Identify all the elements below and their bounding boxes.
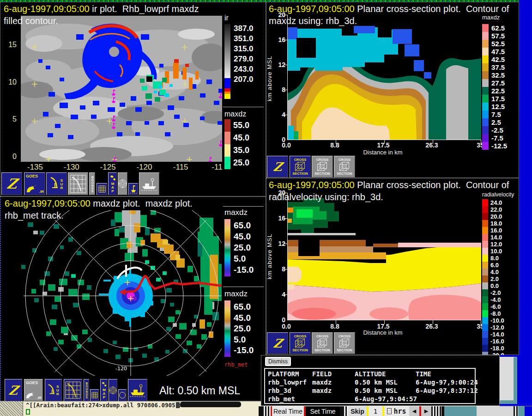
taskbar-divider — [259, 406, 262, 416]
platform-status-table: PLATFORMFIELDALTITUDETIME rhb_lowprfmaxd… — [264, 368, 476, 404]
bounds-button[interactable]: BOUNDS — [89, 172, 95, 195]
ir-title-line1: 6-aug-1997,09:05:00 ir plot. Rhb_lowprf … — [4, 4, 199, 14]
buoy-button[interactable] — [128, 183, 138, 195]
zebra-logo-button[interactable]: Z — [5, 379, 22, 401]
radar-colorbar1-label: maxdz — [224, 208, 248, 217]
background-window-fragment[interactable] — [500, 357, 517, 404]
satellite-dish-icon — [26, 184, 37, 193]
status-table-row: rhb_met6-Aug-97,9:04:57 — [268, 395, 472, 403]
surveillance-radar-button[interactable]: SUR — [46, 172, 67, 195]
step-forward-button[interactable]: ▶ — [421, 406, 431, 416]
cross-section-button[interactable]: CROSS SECTION — [334, 156, 355, 177]
skip-value-field[interactable]: 1 — [369, 406, 382, 416]
real-time-button[interactable]: Real Time — [271, 406, 304, 416]
cube-icon — [295, 162, 306, 171]
range-rings-icon — [109, 386, 117, 394]
altitude-readout: Alt: 0.50 km MSL — [159, 385, 240, 397]
xterm-scrollbar[interactable] — [0, 401, 23, 416]
hours-unit-button[interactable]: hrs — [384, 406, 409, 416]
range-rings-icon — [118, 179, 127, 188]
status-table-header: PLATFORMFIELDALTITUDETIME — [268, 370, 472, 378]
circle-button[interactable] — [118, 389, 127, 401]
cube-icon — [339, 162, 350, 171]
zebra-logo-button[interactable]: Z — [267, 156, 288, 177]
step-back-button[interactable]: ◀ — [409, 406, 419, 416]
zebra-logo-button[interactable]: Z — [267, 332, 288, 354]
radar-display: -120 — [4, 210, 222, 376]
skip-button[interactable]: Skip — [348, 406, 367, 416]
xs-rv-y-label: km above MSL — [266, 220, 273, 294]
terminal-cursor-outline — [26, 409, 30, 415]
time-control-taskbar: Real Time Set Time Skip 1 hrs ◀ ▶ — [259, 406, 532, 416]
document-icon — [387, 408, 392, 414]
cross-section-button[interactable]: CROSS SECTION — [312, 156, 333, 177]
status-table-row: rhb_3dmaxdz0.50 km MSL6-Aug-97,8:37:12 — [268, 386, 472, 395]
radar-title-line2: rhb_met track. — [5, 210, 64, 221]
cross-section-button[interactable]: CROSS SECTION — [334, 332, 355, 354]
range-rings-button[interactable] — [118, 172, 127, 195]
xs-maxdz-colorbar-label: maxdz — [482, 14, 500, 21]
taskbar-stripes — [343, 406, 348, 416]
radar-grid-icon — [70, 175, 86, 193]
grid-icon — [91, 392, 98, 398]
taskbar-spacer-gray — [477, 406, 514, 416]
cross-section-button[interactable]: CROSS SECTION — [312, 332, 333, 354]
xs-rv-colorbar-label: radialvelocity — [482, 191, 514, 198]
z-logo-icon: Z — [8, 383, 19, 398]
cube-icon — [295, 338, 306, 348]
xs-maxdz-title-line1: 6-aug-1997,09:05:00 Planar cross-section… — [269, 4, 509, 14]
z-logo-icon: Z — [6, 176, 18, 192]
radar-colorbar1-ticks: 65.045.025.05.0-15.0 — [234, 220, 263, 275]
radar-colorbar2-label: maxdz — [224, 289, 248, 299]
z-logo-icon: Z — [272, 336, 283, 350]
taskbar-stripes — [262, 406, 271, 416]
arrow-left-icon: ◀ — [412, 408, 416, 414]
status-table-body: rhb_lowprfmaxdz0.50 km MSL6-Aug-97,9:00:… — [268, 378, 472, 403]
xs-maxdz-colorbar: 62.557.552.547.542.537.532.527.522.517.5… — [482, 24, 518, 146]
colorbar-separator — [223, 287, 264, 287]
xs-maxdz-title-line2: maxdz using: rhb_3d. — [269, 16, 357, 26]
terminal-prompt: ^[[Arain:beaufait:274>xdump.all 970806.0… — [26, 402, 182, 409]
map-button[interactable]: MAP — [108, 172, 117, 195]
radar-colorbar2 — [224, 300, 230, 357]
ir-colorbar-label: ir — [224, 14, 229, 22]
xsection-maxdz-plot — [283, 15, 483, 144]
cross-section-button-active[interactable]: CROSS SECTION — [290, 156, 311, 177]
radar-grid-button[interactable] — [64, 379, 82, 401]
satellite-dish-icon — [25, 391, 36, 399]
arrow-right-icon: ▶ — [424, 408, 428, 414]
ship-icon — [140, 177, 158, 191]
ir-maxdz-colorbar: 55.045.035.025.0 — [224, 119, 264, 169]
ship-button[interactable] — [128, 379, 147, 401]
set-time-button[interactable]: Set Time — [306, 406, 340, 416]
ir-colorbar-ticks: 387.0351.0315.0279.0243.0207.0 — [234, 24, 263, 84]
xs-maxdz-y-label: km above MSL — [266, 42, 273, 116]
satellite-image — [21, 16, 222, 162]
taskbar-spacer-teal — [518, 406, 525, 416]
goes-ir-button[interactable]: GOES .IR — [24, 379, 43, 401]
xsection-rv-plot — [283, 193, 483, 324]
map-button[interactable]: MAP — [100, 379, 108, 401]
ship-button[interactable] — [139, 172, 159, 195]
goes-ir-button[interactable]: GOES .IR — [24, 172, 45, 195]
xs-rv-y-axis: 201612840 — [274, 189, 285, 324]
zebra-desktop: 6-aug-1997,09:05:00 ir plot. Rhb_lowprf … — [0, 0, 532, 416]
ir-maxdz-colorbar-label: maxdz — [224, 110, 246, 118]
terminal-cursor — [176, 402, 180, 408]
zebra-logo-button[interactable]: Z — [1, 172, 22, 195]
bounds-button[interactable]: BOUNDS — [84, 379, 89, 401]
radar-grid-button[interactable] — [68, 172, 88, 195]
xs-rv-colorbar: 24.022.020.018.016.014.012.010.08.06.04.… — [482, 199, 518, 325]
taskbar-stripes — [514, 406, 518, 416]
xs-rv-title-line2: radialvelocity using: rhb_3d. — [269, 192, 383, 202]
xs-maxdz-y-axis: 201612840 — [274, 11, 285, 143]
cross-section-button-active[interactable]: CROSS SECTION — [290, 332, 311, 354]
radar-title-line1: 6-aug-1997,09:05:00 maxdz plot. maxdz pl… — [5, 198, 193, 209]
ship-icon — [129, 383, 146, 398]
status-table-row: rhb_lowprfmaxdz0.50 km MSL6-Aug-97,9:00:… — [268, 378, 472, 386]
surveillance-radar-button[interactable]: SUR — [45, 379, 62, 401]
dismiss-button[interactable]: Dismiss — [265, 357, 291, 366]
range-rings-button[interactable] — [109, 379, 117, 401]
small-grid-button[interactable] — [97, 183, 107, 195]
small-grid-button[interactable] — [90, 389, 99, 401]
